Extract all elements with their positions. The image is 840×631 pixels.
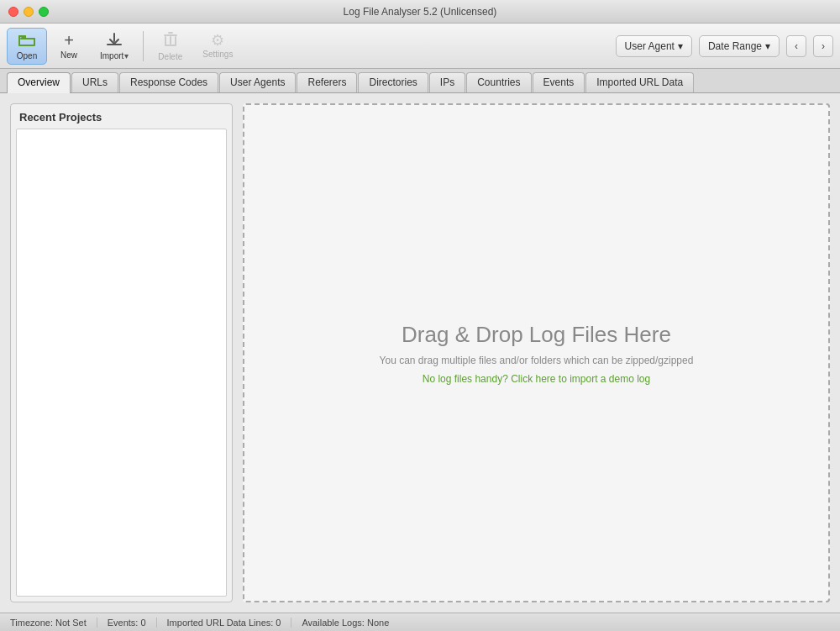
drop-title: Drag & Drop Log Files Here: [402, 322, 671, 348]
imported-url-data-lines-status: Imported URL Data Lines: 0: [157, 618, 292, 628]
delete-button[interactable]: Delete: [149, 28, 192, 65]
svg-rect-7: [164, 34, 177, 36]
tab-directories[interactable]: Directories: [358, 72, 428, 92]
chevron-down-icon: ▾: [765, 40, 770, 52]
sidebar: Recent Projects: [10, 103, 233, 602]
svg-rect-12: [170, 36, 171, 45]
svg-rect-11: [165, 45, 176, 46]
chevron-right-icon: ›: [822, 40, 825, 52]
date-range-dropdown[interactable]: Date Range ▾: [699, 35, 780, 57]
available-logs-status: Available Logs: None: [291, 618, 399, 628]
demo-log-link[interactable]: No log files handy? Click here to import…: [423, 373, 650, 385]
tab-imported-url-data[interactable]: Imported URL Data: [585, 72, 694, 92]
open-button[interactable]: Open: [7, 28, 47, 65]
tab-response-codes[interactable]: Response Codes: [119, 72, 218, 92]
drop-subtitle: You can drag multiple files and/or folde…: [380, 355, 694, 366]
svg-rect-8: [168, 32, 173, 34]
import-label: Import: [100, 51, 123, 60]
close-button[interactable]: [8, 7, 18, 17]
import-icon: [106, 32, 123, 50]
recent-projects-panel: Recent Projects: [10, 103, 233, 602]
tab-overview[interactable]: Overview: [7, 72, 71, 92]
nav-back-button[interactable]: ‹: [786, 35, 806, 57]
tabs-bar: Overview URLs Response Codes User Agents…: [0, 69, 840, 93]
tab-ips[interactable]: IPs: [429, 72, 465, 92]
svg-rect-2: [18, 45, 34, 46]
tab-events[interactable]: Events: [533, 72, 585, 92]
recent-projects-list: [16, 129, 227, 597]
svg-rect-4: [20, 38, 35, 39]
main-content: Recent Projects Drag & Drop Log Files He…: [0, 93, 840, 613]
import-button[interactable]: Import ▾: [91, 28, 138, 65]
tab-countries[interactable]: Countries: [466, 72, 531, 92]
user-agent-dropdown[interactable]: User Agent ▾: [616, 35, 692, 57]
window-controls: [8, 7, 49, 17]
maximize-button[interactable]: [39, 7, 49, 17]
minimize-button[interactable]: [24, 7, 34, 17]
status-bar: Timezone: Not Set Events: 0 Imported URL…: [0, 613, 840, 631]
delete-icon: [163, 31, 178, 50]
open-icon: [18, 32, 36, 50]
chevron-down-icon: ▾: [678, 40, 683, 52]
toolbar: Open + New Import ▾: [0, 24, 840, 69]
events-status: Events: 0: [97, 618, 157, 628]
toolbar-right: User Agent ▾ Date Range ▾ ‹ ›: [616, 35, 833, 57]
settings-icon: ⚙: [211, 33, 224, 48]
window-title: Log File Analyser 5.2 (Unlicensed): [344, 6, 497, 18]
delete-label: Delete: [158, 52, 182, 61]
import-dropdown-arrow: ▾: [124, 51, 129, 60]
svg-rect-6: [113, 33, 115, 42]
drop-zone[interactable]: Drag & Drop Log Files Here You can drag …: [243, 103, 830, 602]
new-icon: +: [64, 32, 74, 49]
tab-referers[interactable]: Referers: [297, 72, 357, 92]
tab-user-agents[interactable]: User Agents: [219, 72, 296, 92]
chevron-left-icon: ‹: [795, 40, 798, 52]
nav-forward-button[interactable]: ›: [813, 35, 833, 57]
toolbar-separator-1: [143, 31, 144, 61]
timezone-status: Timezone: Not Set: [10, 618, 97, 628]
recent-projects-title: Recent Projects: [11, 104, 232, 129]
title-bar: Log File Analyser 5.2 (Unlicensed): [0, 0, 840, 24]
new-button[interactable]: + New: [49, 28, 89, 65]
tab-urls[interactable]: URLs: [71, 72, 118, 92]
settings-label: Settings: [202, 50, 233, 59]
open-label: Open: [17, 51, 37, 60]
settings-button[interactable]: ⚙ Settings: [193, 28, 242, 65]
new-label: New: [60, 50, 77, 60]
